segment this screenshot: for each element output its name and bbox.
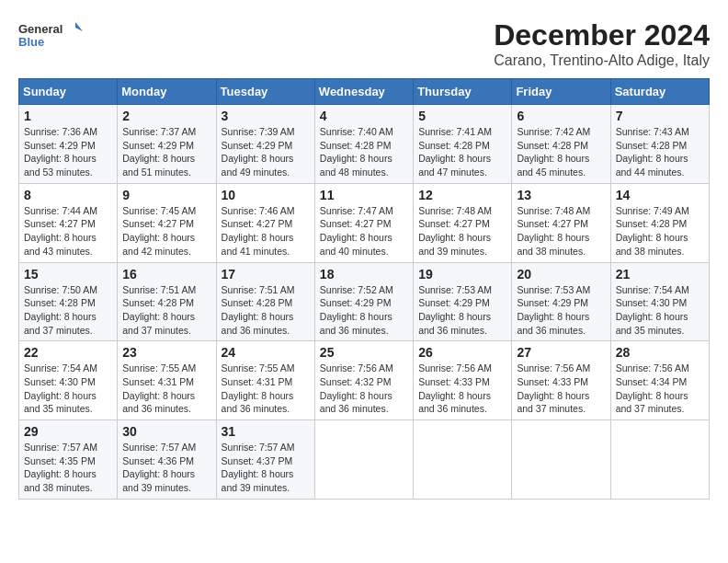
day-info: Sunrise: 7:47 AM Sunset: 4:27 PM Dayligh… <box>320 204 408 259</box>
day-info: Sunrise: 7:57 AM Sunset: 4:36 PM Dayligh… <box>122 441 210 495</box>
day-number: 24 <box>222 345 310 360</box>
calendar-cell: 11Sunrise: 7:47 AM Sunset: 4:27 PM Dayli… <box>314 183 413 262</box>
day-number: 4 <box>320 109 408 123</box>
day-info: Sunrise: 7:53 AM Sunset: 4:29 PM Dayligh… <box>418 283 506 338</box>
day-info: Sunrise: 7:54 AM Sunset: 4:30 PM Dayligh… <box>616 283 704 338</box>
calendar-cell: 25Sunrise: 7:56 AM Sunset: 4:32 PM Dayli… <box>314 341 413 420</box>
day-number: 7 <box>616 109 704 123</box>
calendar-cell: 10Sunrise: 7:46 AM Sunset: 4:27 PM Dayli… <box>216 183 314 262</box>
calendar-cell: 22Sunrise: 7:54 AM Sunset: 4:30 PM Dayli… <box>19 341 118 420</box>
calendar-cell: 8Sunrise: 7:44 AM Sunset: 4:27 PM Daylig… <box>19 183 118 262</box>
calendar-cell: 30Sunrise: 7:57 AM Sunset: 4:36 PM Dayli… <box>118 420 216 500</box>
weekday-header-saturday: Saturday <box>610 79 709 105</box>
calendar-cell: 9Sunrise: 7:45 AM Sunset: 4:27 PM Daylig… <box>118 183 216 262</box>
calendar-cell <box>610 420 709 500</box>
day-info: Sunrise: 7:39 AM Sunset: 4:29 PM Dayligh… <box>222 125 310 179</box>
day-info: Sunrise: 7:54 AM Sunset: 4:30 PM Dayligh… <box>24 362 112 416</box>
day-number: 16 <box>122 267 210 282</box>
day-info: Sunrise: 7:55 AM Sunset: 4:31 PM Dayligh… <box>222 362 310 416</box>
calendar-cell: 12Sunrise: 7:48 AM Sunset: 4:27 PM Dayli… <box>414 183 512 262</box>
calendar-cell: 23Sunrise: 7:55 AM Sunset: 4:31 PM Dayli… <box>118 341 216 420</box>
day-number: 19 <box>418 267 506 282</box>
calendar-cell: 2Sunrise: 7:37 AM Sunset: 4:29 PM Daylig… <box>118 105 216 184</box>
day-info: Sunrise: 7:56 AM Sunset: 4:33 PM Dayligh… <box>517 362 605 416</box>
calendar-cell: 15Sunrise: 7:50 AM Sunset: 4:28 PM Dayli… <box>19 262 118 341</box>
day-number: 28 <box>616 345 704 360</box>
day-number: 31 <box>222 424 310 439</box>
day-number: 8 <box>24 188 112 202</box>
header: General Blue December 2024 Carano, Trent… <box>18 18 710 69</box>
day-info: Sunrise: 7:57 AM Sunset: 4:37 PM Dayligh… <box>222 441 310 495</box>
calendar-cell: 5Sunrise: 7:41 AM Sunset: 4:28 PM Daylig… <box>414 105 512 184</box>
day-info: Sunrise: 7:53 AM Sunset: 4:29 PM Dayligh… <box>517 283 605 338</box>
day-number: 11 <box>320 188 408 202</box>
day-info: Sunrise: 7:57 AM Sunset: 4:35 PM Dayligh… <box>24 441 112 495</box>
calendar-cell: 26Sunrise: 7:56 AM Sunset: 4:33 PM Dayli… <box>414 341 512 420</box>
day-number: 9 <box>122 188 210 202</box>
weekday-header-monday: Monday <box>118 79 216 105</box>
day-number: 13 <box>517 188 605 202</box>
day-info: Sunrise: 7:40 AM Sunset: 4:28 PM Dayligh… <box>320 125 408 179</box>
weekday-header-wednesday: Wednesday <box>314 79 413 105</box>
day-info: Sunrise: 7:48 AM Sunset: 4:27 PM Dayligh… <box>517 204 605 259</box>
day-number: 23 <box>122 345 210 360</box>
day-info: Sunrise: 7:56 AM Sunset: 4:32 PM Dayligh… <box>320 362 408 416</box>
day-info: Sunrise: 7:46 AM Sunset: 4:27 PM Dayligh… <box>222 204 310 259</box>
calendar-cell <box>314 420 413 500</box>
day-number: 25 <box>320 345 408 360</box>
calendar-cell: 29Sunrise: 7:57 AM Sunset: 4:35 PM Dayli… <box>19 420 118 500</box>
day-info: Sunrise: 7:42 AM Sunset: 4:28 PM Dayligh… <box>517 125 605 179</box>
calendar-cell: 3Sunrise: 7:39 AM Sunset: 4:29 PM Daylig… <box>216 105 314 184</box>
calendar-cell: 16Sunrise: 7:51 AM Sunset: 4:28 PM Dayli… <box>118 262 216 341</box>
weekday-header-thursday: Thursday <box>414 79 512 105</box>
calendar-table: SundayMondayTuesdayWednesdayThursdayFrid… <box>18 78 710 500</box>
calendar-cell: 20Sunrise: 7:53 AM Sunset: 4:29 PM Dayli… <box>512 262 610 341</box>
day-number: 26 <box>418 345 506 360</box>
svg-marker-2 <box>75 22 83 31</box>
day-number: 3 <box>222 109 310 123</box>
day-info: Sunrise: 7:49 AM Sunset: 4:28 PM Dayligh… <box>616 204 704 259</box>
calendar-cell <box>512 420 610 500</box>
calendar-cell: 6Sunrise: 7:42 AM Sunset: 4:28 PM Daylig… <box>512 105 610 184</box>
svg-text:Blue: Blue <box>18 35 44 49</box>
day-info: Sunrise: 7:56 AM Sunset: 4:33 PM Dayligh… <box>418 362 506 416</box>
day-info: Sunrise: 7:50 AM Sunset: 4:28 PM Dayligh… <box>24 283 112 338</box>
calendar-cell: 4Sunrise: 7:40 AM Sunset: 4:28 PM Daylig… <box>314 105 413 184</box>
day-number: 29 <box>24 424 112 439</box>
calendar-cell: 24Sunrise: 7:55 AM Sunset: 4:31 PM Dayli… <box>216 341 314 420</box>
day-info: Sunrise: 7:36 AM Sunset: 4:29 PM Dayligh… <box>24 125 112 179</box>
day-number: 18 <box>320 267 408 282</box>
day-number: 10 <box>222 188 310 202</box>
logo: General Blue <box>18 18 83 55</box>
calendar-cell: 31Sunrise: 7:57 AM Sunset: 4:37 PM Dayli… <box>216 420 314 500</box>
day-info: Sunrise: 7:37 AM Sunset: 4:29 PM Dayligh… <box>122 125 210 179</box>
calendar-cell: 1Sunrise: 7:36 AM Sunset: 4:29 PM Daylig… <box>19 105 118 184</box>
weekday-header-tuesday: Tuesday <box>216 79 314 105</box>
month-title: December 2024 <box>494 18 710 52</box>
calendar-cell: 14Sunrise: 7:49 AM Sunset: 4:28 PM Dayli… <box>610 183 709 262</box>
day-info: Sunrise: 7:41 AM Sunset: 4:28 PM Dayligh… <box>418 125 506 179</box>
weekday-header-friday: Friday <box>512 79 610 105</box>
day-info: Sunrise: 7:44 AM Sunset: 4:27 PM Dayligh… <box>24 204 112 259</box>
calendar-cell <box>414 420 512 500</box>
logo-svg: General Blue <box>18 18 83 55</box>
day-number: 5 <box>418 109 506 123</box>
location-title: Carano, Trentino-Alto Adige, Italy <box>494 52 710 69</box>
day-info: Sunrise: 7:48 AM Sunset: 4:27 PM Dayligh… <box>418 204 506 259</box>
day-number: 12 <box>418 188 506 202</box>
day-number: 27 <box>517 345 605 360</box>
day-info: Sunrise: 7:55 AM Sunset: 4:31 PM Dayligh… <box>122 362 210 416</box>
calendar-cell: 17Sunrise: 7:51 AM Sunset: 4:28 PM Dayli… <box>216 262 314 341</box>
day-info: Sunrise: 7:43 AM Sunset: 4:28 PM Dayligh… <box>616 125 704 179</box>
day-number: 30 <box>122 424 210 439</box>
day-number: 6 <box>517 109 605 123</box>
title-area: December 2024 Carano, Trentino-Alto Adig… <box>494 18 710 69</box>
calendar-cell: 19Sunrise: 7:53 AM Sunset: 4:29 PM Dayli… <box>414 262 512 341</box>
day-info: Sunrise: 7:45 AM Sunset: 4:27 PM Dayligh… <box>122 204 210 259</box>
calendar-cell: 7Sunrise: 7:43 AM Sunset: 4:28 PM Daylig… <box>610 105 709 184</box>
day-number: 2 <box>122 109 210 123</box>
day-number: 21 <box>616 267 704 282</box>
day-info: Sunrise: 7:51 AM Sunset: 4:28 PM Dayligh… <box>122 283 210 338</box>
calendar-cell: 13Sunrise: 7:48 AM Sunset: 4:27 PM Dayli… <box>512 183 610 262</box>
day-number: 20 <box>517 267 605 282</box>
